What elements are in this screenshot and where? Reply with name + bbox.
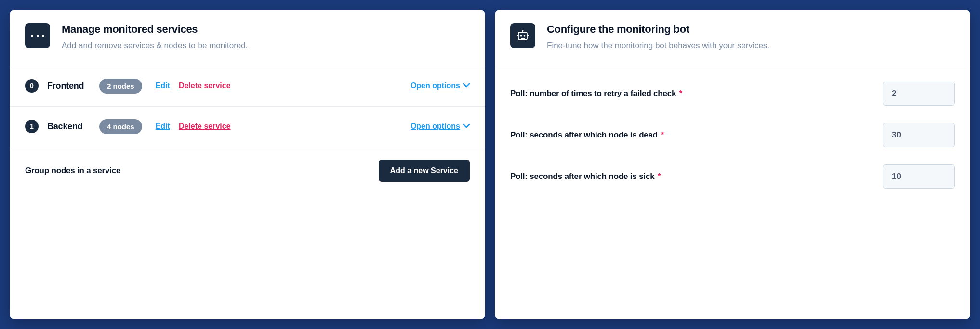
required-asterisk: * — [659, 130, 664, 139]
config-card: Configure the monitoring bot Fine-tune h… — [495, 10, 970, 319]
services-header-text: Manage monitored services Add and remove… — [62, 23, 470, 52]
service-name: Frontend — [47, 81, 91, 91]
config-row: Poll: seconds after which node is dead * — [510, 114, 955, 156]
config-header-text: Configure the monitoring bot Fine-tune h… — [547, 23, 955, 52]
config-title: Configure the monitoring bot — [547, 23, 955, 36]
services-footer: Group nodes in a service Add a new Servi… — [10, 147, 485, 194]
config-subtitle: Fine-tune how the monitoring bot behaves… — [547, 40, 955, 52]
config-body: Poll: number of times to retry a failed … — [495, 66, 970, 213]
open-options-link[interactable]: Open options — [411, 122, 470, 131]
services-subtitle: Add and remove services & nodes to be mo… — [62, 40, 470, 52]
services-title: Manage monitored services — [62, 23, 470, 36]
required-asterisk: * — [655, 172, 661, 181]
service-name: Backend — [47, 122, 91, 132]
open-options-label: Open options — [411, 122, 460, 131]
index-badge: 0 — [25, 79, 39, 93]
services-card-header: Manage monitored services Add and remove… — [10, 10, 485, 66]
config-label: Poll: number of times to retry a failed … — [510, 89, 873, 98]
label-text: Poll: number of times to retry a failed … — [510, 89, 676, 98]
nodes-pill: 4 nodes — [99, 119, 142, 134]
services-card: Manage monitored services Add and remove… — [10, 10, 485, 319]
delete-service-link[interactable]: Delete service — [179, 122, 231, 131]
open-options-label: Open options — [411, 82, 460, 90]
config-row: Poll: seconds after which node is sick * — [510, 156, 955, 197]
svg-rect-2 — [42, 35, 44, 37]
add-service-button[interactable]: Add a new Service — [379, 160, 470, 182]
poll-dead-input[interactable] — [883, 123, 955, 147]
label-text: Poll: seconds after which node is sick — [510, 172, 654, 181]
config-label: Poll: seconds after which node is dead * — [510, 130, 873, 140]
svg-point-7 — [524, 35, 526, 37]
chevron-down-icon — [463, 123, 470, 130]
edit-link[interactable]: Edit — [156, 82, 170, 90]
required-asterisk: * — [677, 89, 682, 98]
ellipsis-icon — [25, 23, 50, 48]
open-options-link[interactable]: Open options — [411, 82, 470, 90]
edit-link[interactable]: Edit — [156, 122, 170, 131]
config-label: Poll: seconds after which node is sick * — [510, 172, 873, 181]
svg-point-4 — [522, 30, 523, 30]
svg-rect-0 — [31, 35, 33, 37]
config-card-header: Configure the monitoring bot Fine-tune h… — [495, 10, 970, 66]
robot-icon — [510, 23, 535, 48]
svg-rect-1 — [37, 35, 39, 37]
service-row: 1 Backend 4 nodes Edit Delete service Op… — [10, 107, 485, 147]
svg-point-6 — [520, 35, 522, 37]
delete-service-link[interactable]: Delete service — [179, 82, 231, 90]
chevron-down-icon — [463, 82, 470, 89]
footer-text: Group nodes in a service — [25, 166, 371, 176]
index-badge: 1 — [25, 120, 39, 133]
config-row: Poll: number of times to retry a failed … — [510, 73, 955, 114]
service-row: 0 Frontend 2 nodes Edit Delete service O… — [10, 66, 485, 107]
poll-sick-input[interactable] — [883, 164, 955, 189]
label-text: Poll: seconds after which node is dead — [510, 130, 658, 139]
nodes-pill: 2 nodes — [99, 79, 142, 94]
poll-retry-input[interactable] — [883, 82, 955, 106]
